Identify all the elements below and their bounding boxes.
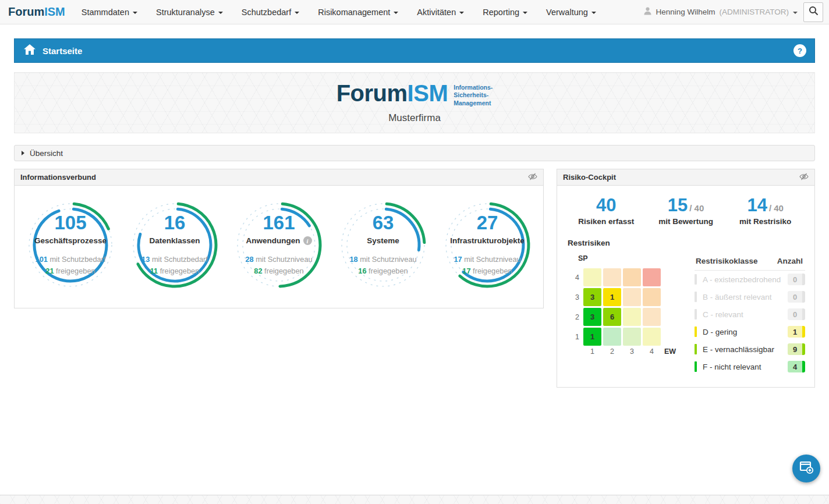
menu-item-risikomanagement[interactable]: Risikomanagement <box>318 8 398 17</box>
gauge-text-anwendungen: 161Anwendungeni28 mit Schutzniveau82 fre… <box>229 195 329 295</box>
brand-row: ForumISM Informations- Sicherheits- Mana… <box>336 81 493 108</box>
sub-green-value: 21 <box>45 267 54 275</box>
gauge-text-geschaeftsprozesse: 105Geschäftsprozesse101 mit Schutzbedarf… <box>20 195 121 295</box>
risk-class-count-badge: 0 <box>788 274 805 285</box>
gauge-anwendungen[interactable]: 161Anwendungeni28 mit Schutzniveau82 fre… <box>229 195 329 301</box>
gauge-value: 27 <box>477 213 498 232</box>
heatmap-cell-sp4-ew4 <box>643 268 661 286</box>
risk-stat-label: mit Restrisiko <box>725 217 805 226</box>
hide-panel-button[interactable] <box>799 173 809 182</box>
risk-class-row-1: B - äußerst relevant0 <box>695 288 805 306</box>
gauge-value: 16 <box>164 213 186 232</box>
heatmap-cell-sp3-ew4 <box>643 288 661 306</box>
logo-part1: Forum <box>8 5 44 18</box>
gauge-text-datenklassen: 16Datenklassen13 mit Schutzbedarf11 frei… <box>125 195 225 295</box>
risk-class-count-badge: 4 <box>788 361 805 372</box>
gauge-label-text: Geschäftsprozesse <box>34 236 107 245</box>
heatmap-cell-sp2-ew2[interactable]: 6 <box>603 308 621 326</box>
heatmap-cell-sp4-ew1 <box>583 268 601 286</box>
search-button[interactable] <box>803 2 823 22</box>
overview-collapse-bar[interactable]: Übersicht <box>14 145 815 161</box>
gauge-infrastrukturobjekte[interactable]: 27Infrastrukturobjekte17 mit Schutznivea… <box>437 195 537 301</box>
panel-risiko-cockpit-title: Risiko-Cockpit <box>563 173 616 182</box>
risk-class-color-bar <box>695 274 697 285</box>
sub-blue-value: 17 <box>454 255 462 264</box>
menu-item-stammdaten[interactable]: Stammdaten <box>82 8 137 17</box>
menu-item-aktivitaeten[interactable]: Aktivitäten <box>417 8 464 17</box>
brand-banner: ForumISM Informations- Sicherheits- Mana… <box>14 72 815 133</box>
menu-item-label: Reporting <box>483 8 519 17</box>
table-rows: A - existenzbedrohend0B - äußerst releva… <box>695 271 805 375</box>
gauge-sub-blue: 18 mit Schutzniveau <box>349 254 416 265</box>
heatmap-cell-sp3-ew1[interactable]: 3 <box>583 288 601 306</box>
heatmap-col-label: 3 <box>623 347 641 356</box>
risiko-cockpit-body: 40Risiken erfasst15/ 40mit Bewertung14/ … <box>557 186 814 387</box>
menu-item-reporting[interactable]: Reporting <box>483 8 527 17</box>
heatmap-row-label: 4 <box>566 274 579 282</box>
gauge-systeme[interactable]: 63Systeme18 mit Schutzniveau16 freigegeb… <box>333 195 433 301</box>
hide-panel-button[interactable] <box>528 173 537 182</box>
gauge-geschaeftsprozesse[interactable]: 105Geschäftsprozesse101 mit Schutzbedarf… <box>20 195 121 301</box>
gauges-container: 105Geschäftsprozesse101 mit Schutzbedarf… <box>15 186 543 308</box>
table-header-class: Restrisikoklasse <box>696 257 758 265</box>
top-navbar: ForumISM StammdatenStrukturanalyseSchutz… <box>0 0 829 24</box>
eye-slash-icon <box>528 173 537 182</box>
menu-item-schutzbedarf[interactable]: Schutzbedarf <box>242 8 299 17</box>
sub-blue-text: mit Schutzbedarf <box>152 255 208 264</box>
chevron-down-icon <box>295 12 299 14</box>
risk-class-label: E - vernachlässigbar <box>703 345 788 354</box>
gauge-label: Geschäftsprozesse <box>34 236 107 245</box>
heatmap-cell-sp2-ew1[interactable]: 3 <box>583 308 601 326</box>
risk-class-row-4: E - vernachlässigbar9 <box>695 340 805 358</box>
risk-class-label: B - äußerst relevant <box>703 293 788 301</box>
help-button[interactable]: ? <box>793 44 806 57</box>
risk-stat-value: 14 <box>747 195 767 215</box>
info-icon[interactable]: i <box>303 236 312 245</box>
user-menu[interactable]: Henning Wilhelm (ADMINISTRATOR) <box>644 7 798 17</box>
main-menu: StammdatenStrukturanalyseSchutzbedarfRis… <box>82 8 596 17</box>
menu-item-label: Schutzbedarf <box>242 8 291 17</box>
sub-green-text: freigegeben <box>56 267 95 275</box>
gauge-sub-green: 21 freigegeben <box>45 265 95 277</box>
gauge-datenklassen[interactable]: 16Datenklassen13 mit Schutzbedarf11 frei… <box>125 195 225 301</box>
restrisiken-heatmap: SP 4331236111234EW <box>566 250 686 375</box>
page-title[interactable]: Startseite <box>42 46 82 56</box>
menu-item-label: Strukturanalyse <box>156 8 215 17</box>
menu-item-strukturanalyse[interactable]: Strukturanalyse <box>156 8 223 17</box>
risk-stat-value: 40 <box>596 195 616 215</box>
heatmap-cell-sp1-ew3 <box>623 328 641 346</box>
overview-label: Übersicht <box>30 149 63 158</box>
add-note-fab[interactable] <box>792 455 820 482</box>
sub-blue-value: 18 <box>349 255 357 264</box>
heatmap-col-labels: 1234EW <box>583 347 686 356</box>
gauge-sub-blue: 17 mit Schutzniveau <box>454 254 520 265</box>
heatmap-cell-sp3-ew2[interactable]: 1 <box>603 288 621 306</box>
heatmap-cell-sp1-ew2 <box>603 328 621 346</box>
risk-class-count-badge: 9 <box>788 343 805 355</box>
risk-class-color-bar <box>695 326 697 337</box>
app-logo[interactable]: ForumISM <box>8 5 65 19</box>
sub-green-text: freigegeben <box>160 267 200 275</box>
menu-item-label: Stammdaten <box>82 8 129 17</box>
gauge-sub-green: 16 freigegeben <box>358 265 408 277</box>
heatmap-cell-sp1-ew1[interactable]: 1 <box>583 328 601 346</box>
risk-stat-1: 15/ 40mit Bewertung <box>646 196 726 226</box>
risk-stats: 40Risiken erfasst15/ 40mit Bewertung14/ … <box>566 196 805 226</box>
chevron-down-icon <box>218 12 223 14</box>
risk-stat-label: Risiken erfasst <box>566 217 646 226</box>
menu-item-label: Verwaltung <box>546 8 588 17</box>
sub-green-text: freigegeben <box>473 267 512 275</box>
panel-informationsverbund: Informationsverbund 105Geschäftsprozesse… <box>14 169 544 308</box>
risk-stat-top: 15/ 40 <box>646 196 726 214</box>
gauge-sub-green: 17 freigegeben <box>462 265 512 277</box>
sub-green-value: 11 <box>150 267 158 275</box>
sub-blue-value: 101 <box>36 255 48 264</box>
brand-wordmark: ForumISM <box>336 81 448 105</box>
gauge-label-text: Infrastrukturobjekte <box>450 236 525 245</box>
menu-item-verwaltung[interactable]: Verwaltung <box>546 8 596 17</box>
home-icon[interactable] <box>24 44 36 57</box>
chevron-down-icon <box>133 12 137 14</box>
risk-class-label: F - nicht relevant <box>703 363 788 371</box>
company-name: Musterfirma <box>388 112 441 124</box>
heatmap-cell-sp4-ew2 <box>603 268 621 286</box>
